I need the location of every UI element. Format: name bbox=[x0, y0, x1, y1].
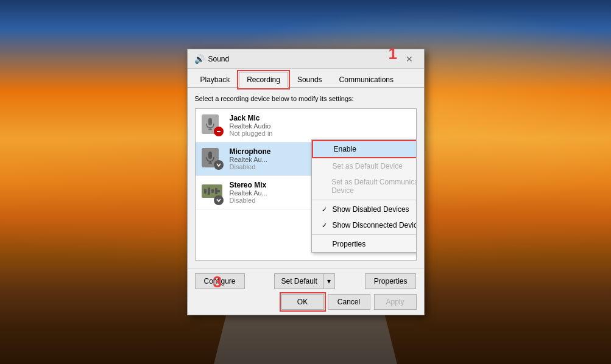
footer-row2: 3 OK Cancel Apply bbox=[195, 294, 417, 310]
footer-row1: Configure Set Default ▾ Properties bbox=[195, 273, 417, 289]
badge-icon bbox=[216, 128, 222, 135]
context-properties[interactable]: Properties bbox=[312, 236, 417, 252]
mic-badge bbox=[214, 160, 224, 170]
jack-mic-sub: Realtek Audio bbox=[230, 122, 410, 130]
properties-label: Properties bbox=[333, 240, 366, 248]
set-default-comm-label: Set as Default Communication Device bbox=[331, 178, 416, 195]
dialog-footer: Configure Set Default ▾ Properties 3 OK … bbox=[188, 268, 424, 315]
sound-icon: 🔊 bbox=[195, 54, 205, 64]
tab-sounds[interactable]: Sounds bbox=[289, 72, 330, 88]
show-disabled-label: Show Disabled Devices bbox=[333, 205, 409, 214]
svg-rect-9 bbox=[211, 189, 214, 193]
stereo-badge bbox=[214, 195, 224, 205]
mic-icon-wrap bbox=[202, 148, 224, 170]
context-show-disconnected[interactable]: ✓ Show Disconnected Devices bbox=[312, 217, 417, 233]
dialog-title: Sound bbox=[208, 55, 230, 63]
jack-mic-icon-wrap bbox=[202, 114, 224, 136]
svg-rect-4 bbox=[208, 152, 212, 159]
svg-rect-11 bbox=[217, 190, 220, 192]
jack-mic-badge bbox=[214, 127, 224, 136]
tab-playback[interactable]: Playback bbox=[192, 72, 238, 88]
show-disconnected-label: Show Disconnected Devices bbox=[333, 221, 417, 229]
context-separator-1 bbox=[312, 200, 417, 200]
context-show-disabled[interactable]: ✓ Show Disabled Devices bbox=[312, 201, 417, 217]
dialog-titlebar: 🔊 Sound ✕ bbox=[188, 49, 424, 69]
title-left: 🔊 Sound bbox=[195, 54, 230, 64]
set-default-label: Set as Default Device bbox=[333, 162, 403, 170]
apply-button[interactable]: Apply bbox=[374, 294, 417, 310]
jack-mic-name: Jack Mic bbox=[230, 114, 410, 122]
dialog-overlay: 1 🔊 Sound ✕ Playback Recording Sounds Co… bbox=[0, 0, 611, 364]
show-disconnected-check: ✓ bbox=[322, 222, 329, 229]
context-enable[interactable]: Enable bbox=[312, 140, 417, 158]
context-set-default[interactable]: Set as Default Device bbox=[312, 158, 417, 174]
step-3-label: 3 bbox=[213, 273, 222, 292]
mic-svg-icon bbox=[205, 152, 215, 164]
stereo-svg-icon bbox=[203, 186, 221, 196]
svg-rect-7 bbox=[204, 189, 207, 194]
ok-button[interactable]: OK bbox=[281, 294, 324, 310]
cancel-button[interactable]: Cancel bbox=[328, 294, 370, 310]
properties-button[interactable]: Properties bbox=[365, 273, 417, 289]
device-list[interactable]: Jack Mic Realtek Audio Not plugged in bbox=[195, 108, 417, 261]
tab-communications[interactable]: Communications bbox=[331, 72, 401, 88]
instruction-text: Select a recording device below to modif… bbox=[195, 95, 417, 102]
step-2-label: 2 bbox=[376, 108, 385, 110]
badge-down2-icon bbox=[216, 197, 222, 203]
set-default-group: Set Default ▾ bbox=[274, 273, 334, 289]
enable-label: Enable bbox=[334, 145, 356, 153]
dialog-content: Select a recording device below to modif… bbox=[188, 88, 424, 268]
svg-rect-10 bbox=[215, 188, 217, 194]
jack-mic-icon bbox=[205, 118, 215, 130]
svg-rect-0 bbox=[208, 118, 212, 125]
stereo-icon-wrap bbox=[202, 181, 224, 203]
context-set-default-comm[interactable]: Set as Default Communication Device bbox=[312, 174, 417, 198]
jack-mic-status: Not plugged in bbox=[230, 130, 410, 137]
badge-down-icon bbox=[216, 162, 222, 168]
context-menu: Enable Set as Default Device Set as Defa… bbox=[311, 139, 417, 253]
jack-mic-info: Jack Mic Realtek Audio Not plugged in bbox=[230, 114, 410, 137]
sound-dialog: 1 🔊 Sound ✕ Playback Recording Sounds Co… bbox=[187, 49, 425, 315]
tab-recording[interactable]: Recording bbox=[239, 72, 288, 88]
context-separator-2 bbox=[312, 234, 417, 235]
show-disabled-check: ✓ bbox=[322, 206, 329, 214]
svg-rect-8 bbox=[208, 187, 210, 195]
tabs-bar: Playback Recording Sounds Communications bbox=[188, 69, 424, 88]
device-item-jack-mic[interactable]: Jack Mic Realtek Audio Not plugged in bbox=[196, 109, 416, 142]
set-default-button[interactable]: Set Default bbox=[274, 273, 323, 289]
close-button[interactable]: ✕ bbox=[402, 52, 417, 66]
set-default-dropdown[interactable]: ▾ bbox=[324, 273, 335, 289]
